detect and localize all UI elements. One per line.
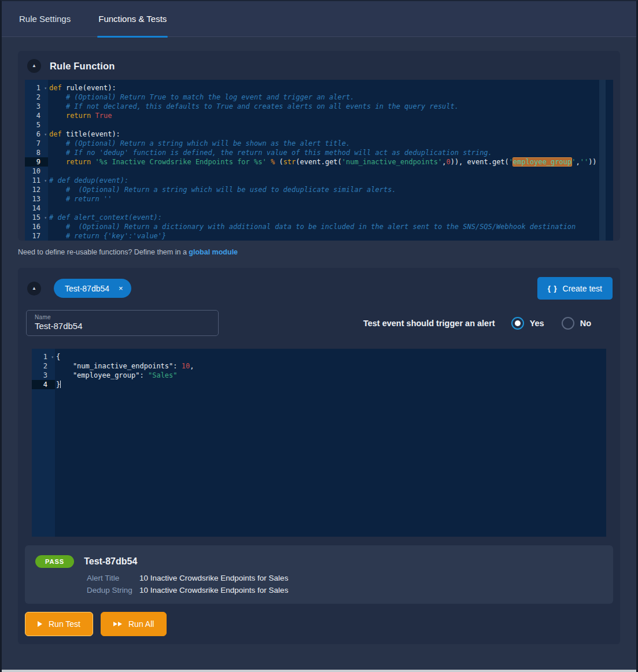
pass-status-badge: PASS bbox=[35, 555, 74, 568]
window-bottom-edge bbox=[2, 670, 636, 672]
code-line[interactable]: 5 bbox=[25, 120, 613, 130]
code-line-text: return '%s Inactive Crowdsrike Endpoints… bbox=[48, 157, 597, 167]
code-line-text: # def alert_context(event): bbox=[48, 213, 162, 222]
alert-title-label: Alert Title bbox=[87, 574, 139, 582]
code-line-text: def title(event): bbox=[48, 130, 120, 139]
tab-rule-settings[interactable]: Rule Settings bbox=[18, 1, 72, 36]
code-line[interactable]: 11▾# def dedup(event): bbox=[25, 176, 613, 185]
alert-title-row: Alert Title 10 Inactive Crowdsrike Endpo… bbox=[87, 574, 603, 582]
test-event-editor-wrap: 1▾{2 "num_inactive_endpoints": 10,3 "emp… bbox=[18, 336, 620, 537]
line-number: 17 bbox=[25, 231, 48, 241]
line-number: 10 bbox=[25, 167, 48, 176]
line-number: 3 bbox=[25, 102, 48, 111]
fold-caret-icon[interactable]: ▾ bbox=[51, 353, 54, 362]
test-chip-label: Test-87db54 bbox=[65, 284, 109, 293]
code-line[interactable]: 15▾# def alert_context(event): bbox=[25, 213, 613, 222]
code-line-text bbox=[48, 167, 49, 176]
trigger-no-label: No bbox=[580, 319, 591, 328]
code-line[interactable]: 17 # return {'key':'value'} bbox=[25, 231, 613, 241]
fold-caret-icon[interactable]: ▾ bbox=[44, 176, 47, 186]
code-line[interactable]: 1▾{ bbox=[32, 352, 606, 361]
test-name-input[interactable]: Name Test-87db54 bbox=[26, 310, 219, 336]
tab-functions-tests-label: Functions & Tests bbox=[98, 14, 167, 24]
line-number: 7 bbox=[25, 139, 48, 148]
test-name-label: Name bbox=[35, 314, 211, 320]
radio-unchecked-icon bbox=[562, 317, 574, 330]
alert-title-value: 10 Inactive Crowdsrike Endpoints for Sal… bbox=[139, 574, 288, 582]
code-line[interactable]: 7 # (Optional) Return a string which wil… bbox=[25, 139, 613, 148]
run-buttons-row: Run Test Run All bbox=[18, 604, 620, 644]
test-chip[interactable]: Test-87db54 × bbox=[54, 279, 131, 298]
code-line-text: return True bbox=[48, 111, 112, 120]
run-all-label: Run All bbox=[128, 619, 154, 629]
collapse-tests-button[interactable]: ▲ bbox=[27, 282, 41, 296]
global-module-link[interactable]: global module bbox=[189, 248, 238, 256]
code-line-text: # return '' bbox=[48, 194, 112, 204]
trigger-yes-radio[interactable]: Yes bbox=[511, 317, 544, 330]
line-number: 6▾ bbox=[25, 130, 48, 139]
code-line[interactable]: 16 # (Optional) Return a dictionary with… bbox=[25, 222, 613, 231]
code-line-text: # (Optional) Return a string which will … bbox=[48, 185, 396, 194]
line-number: 1▾ bbox=[32, 352, 55, 361]
create-test-label: Create test bbox=[563, 284, 602, 293]
line-number: 4 bbox=[32, 380, 55, 389]
code-line[interactable]: 10 bbox=[25, 167, 613, 176]
chevron-up-icon: ▲ bbox=[32, 286, 36, 291]
fold-caret-icon[interactable]: ▾ bbox=[44, 213, 47, 223]
code-line-text: # If not declared, this defaults to True… bbox=[48, 102, 459, 111]
line-number: 5 bbox=[25, 120, 48, 130]
code-line[interactable]: 2 # (Optional) Return True to match the … bbox=[25, 93, 613, 102]
line-number: 2 bbox=[25, 93, 48, 102]
close-icon[interactable]: × bbox=[119, 285, 123, 292]
trigger-no-radio[interactable]: No bbox=[562, 317, 591, 330]
code-line-text bbox=[48, 204, 49, 213]
test-json-editor[interactable]: 1▾{2 "num_inactive_endpoints": 10,3 "emp… bbox=[32, 349, 606, 537]
collapse-rule-function-button[interactable]: ▲ bbox=[27, 59, 41, 73]
rule-function-panel: ▲ Rule Function 1▾def rule(event):2 # (O… bbox=[18, 51, 620, 241]
code-line[interactable]: 4} bbox=[32, 380, 606, 389]
line-number: 4 bbox=[25, 111, 48, 120]
test-result-header: PASS Test-87db54 bbox=[35, 555, 603, 568]
line-number: 16 bbox=[25, 222, 48, 231]
line-number: 2 bbox=[32, 361, 55, 371]
code-line[interactable]: 1▾def rule(event): bbox=[25, 83, 613, 93]
code-line[interactable]: 4 return True bbox=[25, 111, 613, 120]
create-test-button[interactable]: { } Create test bbox=[537, 277, 613, 300]
trigger-yes-label: Yes bbox=[530, 319, 544, 328]
tab-functions-tests[interactable]: Functions & Tests bbox=[97, 1, 168, 36]
test-result-rows: Alert Title 10 Inactive Crowdsrike Endpo… bbox=[87, 574, 603, 595]
line-number: 11▾ bbox=[25, 176, 48, 185]
line-number: 13 bbox=[25, 194, 48, 204]
rule-function-panel-header: ▲ Rule Function bbox=[18, 51, 620, 80]
code-line[interactable]: 14 bbox=[25, 204, 613, 213]
code-line[interactable]: 13 # return '' bbox=[25, 194, 613, 204]
text-cursor bbox=[60, 381, 61, 388]
code-line-text: # (Optional) Return True to match the lo… bbox=[48, 93, 354, 102]
code-line[interactable]: 9 return '%s Inactive Crowdsrike Endpoin… bbox=[25, 157, 613, 167]
fold-caret-icon[interactable]: ▾ bbox=[44, 130, 47, 139]
dedup-string-label: Dedup String bbox=[87, 586, 139, 595]
code-line[interactable]: 2 "num_inactive_endpoints": 10, bbox=[32, 361, 606, 371]
dedup-string-value: 10 Inactive Crowdsrike Endpoints for Sal… bbox=[139, 586, 288, 595]
code-line-text bbox=[48, 120, 49, 130]
code-line[interactable]: 3 "employee_group": "Sales" bbox=[32, 371, 606, 380]
footnote-text: Need to define re-usable functions? Defi… bbox=[18, 248, 187, 256]
code-line-text: # If no 'dedup' function is defined, the… bbox=[48, 148, 492, 157]
code-line-text: # def dedup(event): bbox=[48, 176, 128, 185]
trigger-alert-group: Test event should trigger an alert Yes N… bbox=[363, 317, 597, 330]
run-all-button[interactable]: Run All bbox=[101, 612, 167, 636]
code-line-text: { bbox=[55, 352, 60, 361]
functions-tests-page: Rule Settings Functions & Tests ▲ Rule F… bbox=[0, 0, 638, 672]
test-result-name: Test-87db54 bbox=[84, 556, 137, 567]
code-line[interactable]: 8 # If no 'dedup' function is defined, t… bbox=[25, 148, 613, 157]
fold-caret-icon[interactable]: ▾ bbox=[44, 84, 47, 93]
active-tab-underline bbox=[97, 36, 168, 38]
code-line[interactable]: 12 # (Optional) Return a string which wi… bbox=[25, 185, 613, 194]
rule-function-code-editor[interactable]: 1▾def rule(event):2 # (Optional) Return … bbox=[25, 80, 613, 241]
play-icon bbox=[38, 621, 42, 627]
global-module-footnote: Need to define re-usable functions? Defi… bbox=[18, 248, 620, 256]
run-test-button[interactable]: Run Test bbox=[25, 612, 93, 636]
code-line[interactable]: 6▾def title(event): bbox=[25, 130, 613, 139]
code-line[interactable]: 3 # If not declared, this defaults to Tr… bbox=[25, 102, 613, 111]
tests-panel-header: ▲ Test-87db54 × { } Create test bbox=[18, 268, 620, 300]
